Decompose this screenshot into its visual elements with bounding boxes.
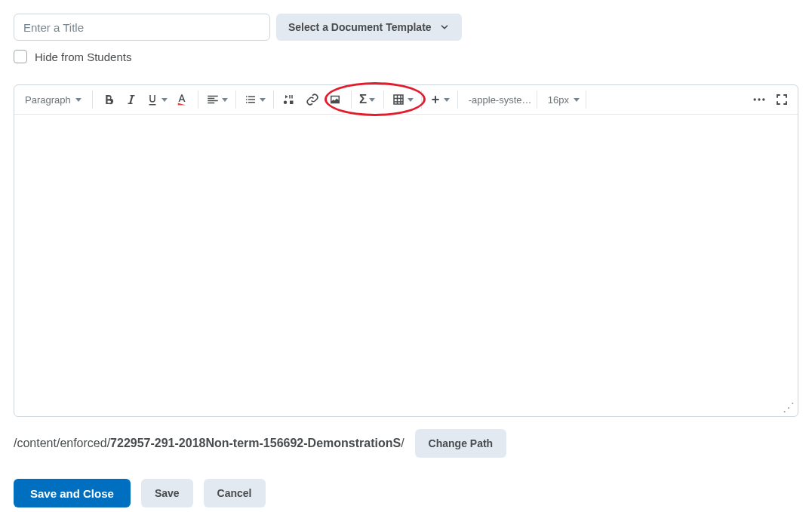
toolbar-separator [235, 90, 236, 109]
chevron-down-icon [161, 98, 168, 102]
toolbar-separator [273, 90, 274, 109]
hide-from-students-checkbox[interactable] [14, 50, 27, 63]
italic-button[interactable] [120, 88, 143, 111]
editor-content-area[interactable] [14, 115, 798, 416]
rich-text-editor: Paragraph [14, 84, 798, 417]
hide-from-students-label: Hide from Students [35, 51, 131, 63]
svg-point-4 [758, 98, 760, 100]
link-icon [306, 93, 319, 106]
toolbar-separator [457, 90, 458, 109]
paragraph-style-label: Paragraph [25, 94, 71, 106]
fullscreen-button[interactable] [770, 88, 793, 111]
path-suffix: / [401, 437, 404, 449]
toolbar-separator [198, 90, 198, 109]
text-color-button[interactable] [171, 88, 193, 111]
italic-icon [125, 93, 138, 106]
path-prefix: /content/enforced/ [14, 437, 110, 449]
chevron-down-icon [574, 98, 580, 102]
bold-icon [102, 93, 115, 106]
toolbar-separator [537, 90, 537, 109]
toolbar-separator [351, 90, 352, 109]
font-family-select[interactable]: -apple-syste… [463, 88, 532, 111]
cancel-button[interactable]: Cancel [204, 479, 266, 507]
sigma-icon: Σ [359, 92, 367, 107]
chevron-down-icon [408, 98, 414, 102]
fullscreen-icon [775, 93, 789, 106]
table-icon [392, 93, 405, 106]
table-button[interactable] [389, 88, 417, 111]
path-folder: 722957-291-2018Non-term-156692-Demonstra… [110, 437, 401, 449]
text-color-icon [175, 93, 189, 106]
select-template-button[interactable]: Select a Document Template [276, 14, 462, 41]
svg-point-3 [754, 98, 756, 100]
font-family-label: -apple-syste… [469, 94, 532, 106]
save-button[interactable]: Save [141, 479, 193, 507]
content-path: /content/enforced/722957-291-2018Non-ter… [14, 437, 404, 450]
more-actions-button[interactable] [748, 88, 770, 111]
font-size-label: 16px [548, 94, 569, 106]
toolbar-separator [92, 90, 93, 109]
insert-image-button[interactable] [324, 88, 346, 111]
bold-button[interactable] [97, 88, 120, 111]
chevron-down-icon [222, 98, 228, 102]
underline-icon [146, 93, 159, 106]
plus-icon [429, 94, 441, 106]
align-button[interactable] [203, 88, 231, 111]
chevron-down-icon [444, 98, 450, 102]
chevron-down-icon [369, 98, 375, 102]
font-size-select[interactable]: 16px [542, 88, 581, 111]
image-icon [328, 93, 342, 106]
list-icon [244, 93, 257, 106]
chevron-down-icon [439, 22, 450, 32]
align-left-icon [206, 93, 220, 106]
chevron-down-icon [75, 98, 82, 102]
resize-handle[interactable]: ⋰ [783, 400, 795, 415]
toolbar-separator [383, 90, 384, 109]
svg-point-5 [762, 98, 764, 100]
insert-more-button[interactable] [426, 88, 453, 111]
svg-point-0 [333, 97, 334, 99]
save-and-close-button[interactable]: Save and Close [14, 479, 131, 507]
toolbar-separator [586, 90, 586, 109]
underline-button[interactable] [143, 88, 171, 111]
change-path-button[interactable]: Change Path [415, 429, 507, 458]
editor-toolbar: Paragraph [14, 85, 798, 115]
ellipsis-icon [752, 92, 767, 107]
title-input[interactable] [14, 14, 270, 41]
paragraph-style-select[interactable]: Paragraph [19, 88, 88, 111]
insert-stuff-icon [283, 93, 297, 106]
list-button[interactable] [241, 88, 269, 111]
chevron-down-icon [260, 98, 266, 102]
equation-button[interactable]: Σ [356, 88, 379, 111]
insert-link-button[interactable] [301, 88, 324, 111]
select-template-label: Select a Document Template [288, 21, 432, 33]
insert-stuff-button[interactable] [278, 88, 301, 111]
toolbar-separator [421, 90, 422, 109]
